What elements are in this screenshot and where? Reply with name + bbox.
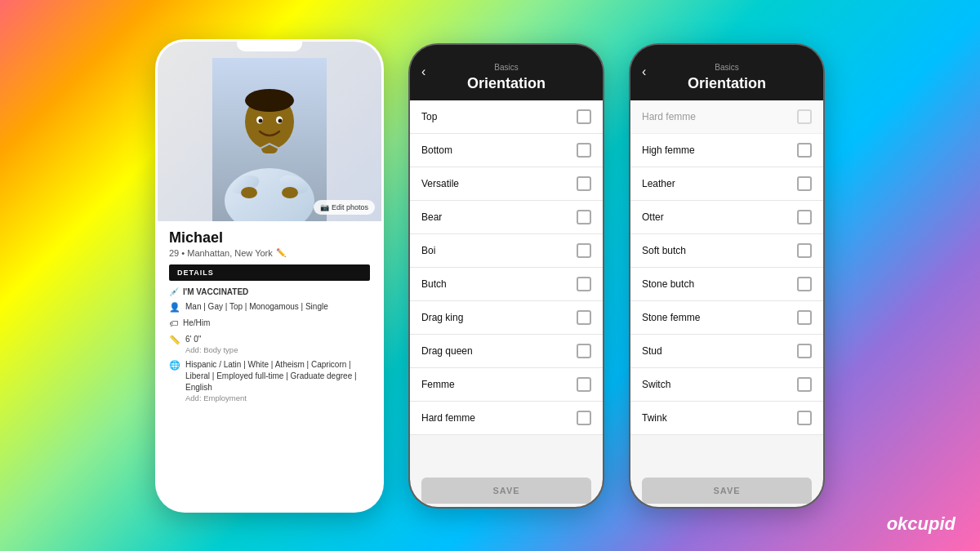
globe-icon: 🌐	[169, 360, 180, 371]
save-button-1[interactable]: SAVE	[421, 478, 591, 504]
details-section: DETAILS 💉 I'M VACCINATED 👤 Man | Gay | T…	[158, 264, 381, 402]
save-button-2[interactable]: SAVE	[642, 478, 812, 504]
vaccinated-label: I'M VACCINATED	[183, 287, 248, 296]
employment-placeholder[interactable]: Add: Employment	[185, 393, 370, 402]
pronouns-icon: 🏷	[169, 318, 178, 328]
list-item: Stone femme	[630, 301, 823, 335]
svg-point-4	[241, 187, 257, 198]
list-item: Hard femme	[410, 402, 603, 435]
profile-photo-area: 📷 Edit photos	[158, 42, 381, 221]
camera-icon: 📷	[320, 203, 329, 211]
orientation-body-2: Hard femme High femme Leather Otter Soft…	[630, 100, 823, 509]
list-item: Boi	[410, 234, 603, 268]
phone-orientation-2: ‹ Basics Orientation Hard femme High fem…	[629, 43, 825, 509]
checkbox-stone-femme[interactable]	[797, 310, 812, 325]
checkbox-versatile[interactable]	[577, 176, 591, 191]
vaccine-icon: 💉	[169, 287, 179, 296]
person-illustration	[212, 58, 327, 221]
checkbox-high-femme[interactable]	[797, 143, 812, 158]
checkbox-drag-queen[interactable]	[577, 344, 591, 358]
checkbox-stud[interactable]	[797, 344, 812, 358]
list-item: Switch	[630, 368, 823, 402]
okcupid-logo: okcupid	[887, 513, 956, 535]
checkbox-drag-king[interactable]	[577, 310, 591, 325]
list-item: Stone butch	[630, 268, 823, 301]
profile-name: Michael	[169, 229, 370, 247]
save-container-1: SAVE	[410, 469, 603, 509]
back-button-2[interactable]: ‹	[642, 64, 646, 79]
checkbox-bear[interactable]	[577, 210, 591, 224]
edit-photos-button[interactable]: 📷 Edit photos	[314, 200, 375, 215]
checkbox-hard-femme-2[interactable]	[797, 109, 812, 124]
list-item: High femme	[630, 134, 823, 167]
list-item: Versatile	[410, 167, 603, 201]
checkbox-twink[interactable]	[797, 411, 812, 425]
checkbox-stone-butch[interactable]	[797, 277, 812, 291]
profile-info: Michael 29 • Manhattan, New York ✏️	[158, 221, 381, 264]
list-item: Hard femme	[630, 100, 823, 134]
identity-row: 👤 Man | Gay | Top | Monogamous | Single	[169, 301, 370, 313]
checkbox-butch[interactable]	[577, 277, 591, 291]
basics-label-2: Basics	[642, 63, 812, 72]
checkbox-top[interactable]	[577, 109, 591, 124]
checkbox-switch[interactable]	[797, 377, 812, 392]
height-icon: 📏	[169, 335, 180, 345]
list-item: Stud	[630, 335, 823, 368]
person-icon: 👤	[169, 302, 180, 313]
list-item: Femme	[410, 368, 603, 402]
list-item: Drag king	[410, 301, 603, 335]
vaccinated-row: 💉 I'M VACCINATED	[169, 287, 370, 296]
list-item: Leather	[630, 167, 823, 201]
list-item: Drag queen	[410, 335, 603, 368]
list-item: Top	[410, 100, 603, 134]
orientation-list-2: Hard femme High femme Leather Otter Soft…	[630, 100, 823, 469]
svg-point-5	[282, 187, 298, 198]
profile-sub: 29 • Manhattan, New York ✏️	[169, 248, 370, 258]
details-header-label: DETAILS	[169, 264, 370, 281]
checkbox-hard-femme[interactable]	[577, 411, 591, 425]
height-row: 📏 6' 0" Add: Body type	[169, 334, 370, 354]
save-container-2: SAVE	[630, 469, 823, 509]
list-item: Bottom	[410, 134, 603, 167]
back-button-1[interactable]: ‹	[421, 64, 425, 79]
phone-profile: 📷 Edit photos Michael 29 • Manhattan, Ne…	[155, 39, 384, 513]
orientation-body-1: Top Bottom Versatile Bear Boi Butch	[410, 100, 603, 509]
edit-location-icon[interactable]: ✏️	[276, 248, 286, 257]
list-item: Twink	[630, 402, 823, 435]
checkbox-bottom[interactable]	[577, 143, 591, 158]
culture-row: 🌐 Hispanic / Latin | White | Atheism | C…	[169, 359, 370, 402]
pronouns-row: 🏷 He/Him	[169, 318, 370, 329]
svg-point-11	[259, 118, 263, 122]
orientation-title-1: Orientation	[421, 75, 591, 92]
basics-label-1: Basics	[421, 63, 591, 72]
checkbox-boi[interactable]	[577, 243, 591, 258]
list-item: Bear	[410, 201, 603, 234]
svg-point-8	[245, 89, 294, 112]
orientation-list-1: Top Bottom Versatile Bear Boi Butch	[410, 100, 603, 469]
orientation-title-2: Orientation	[642, 75, 812, 92]
checkbox-leather[interactable]	[797, 176, 812, 191]
svg-point-12	[278, 118, 283, 122]
phone-notch-1	[237, 42, 302, 51]
list-item: Otter	[630, 201, 823, 234]
list-item: Butch	[410, 268, 603, 301]
checkbox-otter[interactable]	[797, 210, 812, 224]
checkbox-femme[interactable]	[577, 377, 591, 392]
checkbox-soft-butch[interactable]	[797, 243, 812, 258]
list-item: Soft butch	[630, 234, 823, 268]
phone-notch-2	[482, 45, 531, 60]
phone-notch-3	[702, 45, 751, 60]
body-type-placeholder[interactable]: Add: Body type	[185, 345, 238, 354]
phone-orientation-1: ‹ Basics Orientation Top Bottom Versatil…	[408, 43, 604, 509]
